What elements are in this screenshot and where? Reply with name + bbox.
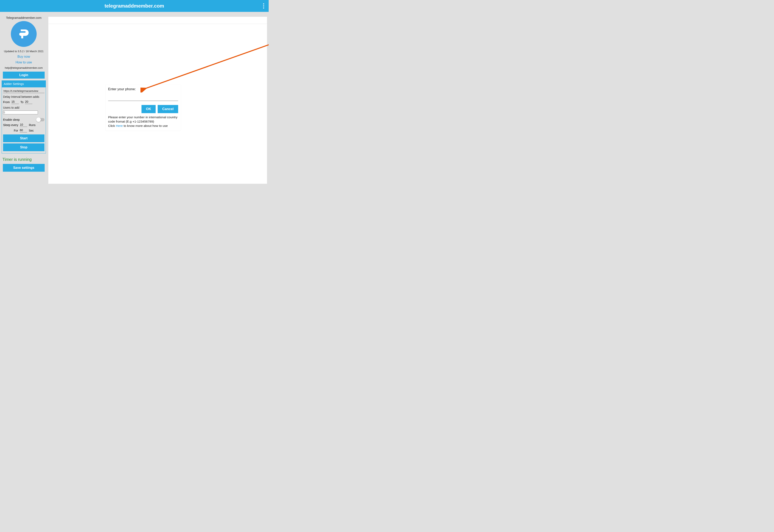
save-settings-button[interactable]: Save settings xyxy=(3,164,45,172)
runs-label: Runs xyxy=(29,123,36,127)
stop-button[interactable]: Stop xyxy=(3,143,44,151)
start-button[interactable]: Start xyxy=(3,134,44,142)
dialog-help-text: Please enter your number in internationa… xyxy=(108,115,178,128)
main-area: Enter your phone: OK Cancel Please enter… xyxy=(47,12,269,185)
sleep-for-input[interactable] xyxy=(20,128,27,132)
svg-line-1 xyxy=(144,37,269,89)
from-label: From xyxy=(3,100,10,104)
brand-text: Telegramaddmember.com xyxy=(1,16,47,19)
delay-label: Delay Interval between adds xyxy=(3,95,44,98)
users-to-add-input[interactable] xyxy=(3,110,38,114)
enable-sleep-label: Enable sleep xyxy=(3,118,20,121)
annotation-arrow-icon xyxy=(140,35,269,92)
login-button[interactable]: Login xyxy=(3,72,45,79)
to-label: To xyxy=(20,100,24,104)
update-text: Updated to 3.5.2 / 16 March 2021 xyxy=(1,50,47,53)
divider xyxy=(48,24,267,24)
sec-label: Sec xyxy=(29,129,34,132)
help-email: help@telegramaddmember.com xyxy=(1,66,47,69)
cancel-button[interactable]: Cancel xyxy=(158,105,178,113)
for-label: For xyxy=(14,129,18,132)
phone-entry-dialog: Enter your phone: OK Cancel Please enter… xyxy=(106,84,181,131)
users-to-add-label: Users to add xyxy=(3,106,44,109)
here-link[interactable]: Here xyxy=(116,124,123,127)
enable-sleep-toggle[interactable] xyxy=(37,118,44,121)
adder-settings-header: Adder Settings xyxy=(2,80,46,87)
phone-input[interactable] xyxy=(108,95,178,101)
buy-now-link[interactable]: Buy now xyxy=(1,55,47,59)
phone-label: Enter your phone: xyxy=(108,87,178,91)
adder-settings-panel: Delay Interval between adds From To User… xyxy=(2,87,46,153)
sleep-every-input[interactable] xyxy=(20,123,27,127)
kebab-menu-icon[interactable] xyxy=(263,3,264,9)
app-title: telegramaddmember.com xyxy=(105,3,164,9)
sidebar: Telegramaddmember.com Updated to 3.5.2 /… xyxy=(0,12,47,185)
ok-button[interactable]: OK xyxy=(141,105,156,113)
title-bar: telegramaddmember.com xyxy=(0,0,269,12)
telegram-logo-icon xyxy=(11,21,37,47)
delay-from-input[interactable] xyxy=(11,100,19,104)
how-to-use-link[interactable]: How to use xyxy=(1,61,47,64)
sleep-every-label: Sleep every xyxy=(3,123,18,127)
content-canvas: Enter your phone: OK Cancel Please enter… xyxy=(48,17,267,184)
delay-to-input[interactable] xyxy=(25,100,32,104)
target-url-input[interactable] xyxy=(3,89,44,93)
timer-status: Timer is running xyxy=(2,157,45,162)
